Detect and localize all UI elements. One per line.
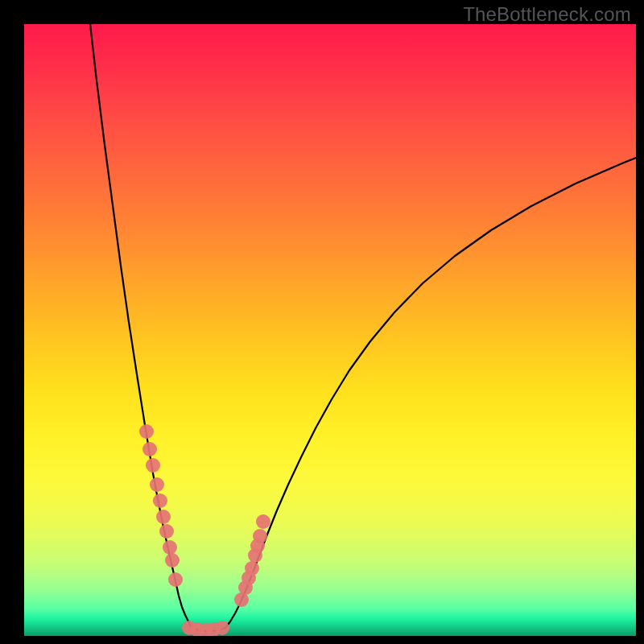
- dots-left-arm-dot: [153, 493, 167, 508]
- dots-left-arm-dot: [165, 553, 180, 568]
- dots-left-arm-dot: [146, 458, 160, 473]
- dots-right-arm-dot: [256, 514, 270, 529]
- dots-left-arm-dot: [159, 524, 174, 539]
- dots-right-arm-dot: [245, 561, 259, 576]
- curve-left-arm: [90, 24, 193, 628]
- dots-left-arm-dot: [163, 540, 177, 555]
- watermark-text: TheBottleneck.com: [463, 3, 631, 26]
- plot-area: [24, 24, 636, 636]
- data-dots: [139, 424, 270, 636]
- dots-left-arm-dot: [168, 572, 183, 587]
- dots-valley-floor-dot: [215, 621, 229, 635]
- dots-left-arm-dot: [142, 442, 157, 456]
- chart-frame: TheBottleneck.com: [0, 0, 644, 644]
- dots-left-arm-dot: [156, 510, 171, 524]
- dots-left-arm-dot: [150, 477, 164, 492]
- curve-overlay: [24, 24, 636, 636]
- curve-right-arm: [225, 158, 636, 628]
- dots-left-arm-dot: [139, 424, 154, 439]
- dots-right-arm-dot: [253, 529, 267, 543]
